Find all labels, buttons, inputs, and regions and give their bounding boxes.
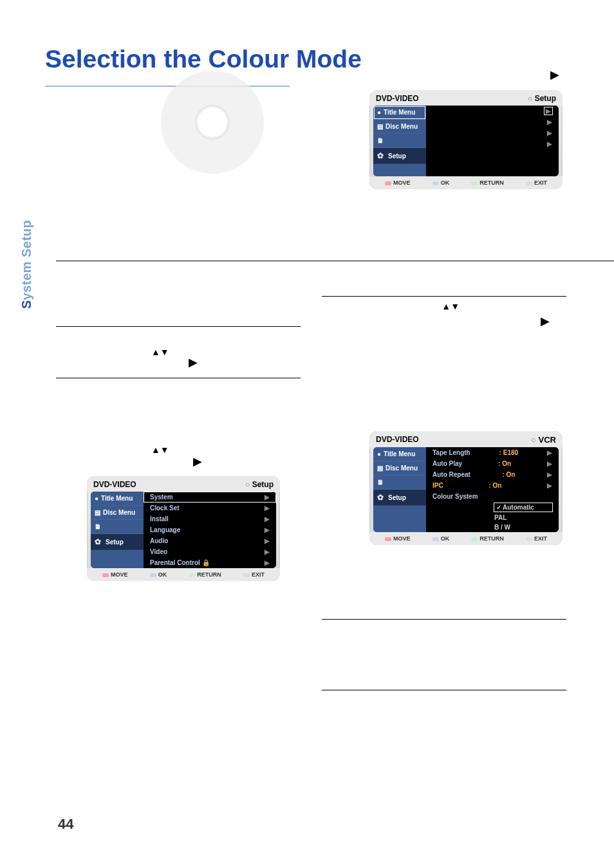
osd-side-item[interactable]: 🗎 (373, 134, 426, 148)
osd-main-panel: Tape Length: E180▶ Auto Play: On▶ Auto R… (426, 447, 559, 532)
osd-header-left: DVD-VIDEO (93, 480, 136, 489)
osd-side-item-setup[interactable]: Setup (91, 534, 144, 550)
osd-side-item[interactable]: ▤Disc Menu (91, 506, 144, 520)
right-arrow-icon: ▶ (541, 314, 550, 328)
section-tab: System Setup (19, 220, 34, 309)
right-arrow-icon: ▶ (193, 454, 202, 468)
osd-side-menu: ●Title Menu ▤Disc Menu 🗎 Setup (373, 447, 426, 532)
osd-row[interactable]: Video▶ (144, 546, 276, 557)
osd-screenshot-1: DVD-VIDEO Setup ●Title Menu ▤Disc Menu 🗎… (369, 90, 563, 189)
osd-header-right: VCR (531, 435, 556, 445)
osd-footer: MOVE OK RETURN EXIT (87, 568, 280, 581)
osd-option-bw[interactable]: B / W (426, 522, 559, 532)
osd-row[interactable]: Install▶ (144, 513, 276, 524)
osd-side-menu: ●Title Menu ▤Disc Menu 🗎 Setup (373, 106, 426, 176)
separator (322, 690, 566, 690)
osd-screenshot-2: DVD-VIDEO Setup ●Title Menu ▤Disc Menu 🗎… (87, 476, 280, 581)
separator (56, 378, 301, 378)
separator (56, 261, 614, 261)
osd-row[interactable]: Clock Set▶ (144, 503, 276, 513)
osd-header-right: Setup (528, 94, 556, 103)
updown-icon: ▲▼ (442, 301, 460, 311)
page-title: Selection the Colour Mode (45, 45, 569, 74)
osd-row[interactable]: IPC: On▶ (426, 480, 559, 491)
osd-side-item[interactable]: 🗎 (91, 520, 144, 534)
title-underline (45, 86, 290, 87)
separator (322, 296, 566, 297)
updown-icon: ▲▼ (151, 347, 169, 357)
osd-option-pal[interactable]: PAL (426, 513, 559, 522)
osd-header-right: Setup (245, 480, 274, 489)
disc-decoration (161, 71, 264, 174)
separator (56, 326, 301, 327)
updown-icon: ▲▼ (151, 445, 169, 455)
osd-side-item-setup[interactable]: Setup (373, 490, 426, 506)
osd-side-item-setup[interactable]: Setup (373, 148, 426, 164)
osd-side-item[interactable]: 🗎 (373, 476, 426, 490)
osd-row[interactable]: Auto Play: On▶ (426, 458, 559, 469)
osd-row[interactable]: Auto Repeat: On▶ (426, 469, 559, 480)
osd-row[interactable]: Language▶ (144, 524, 276, 535)
osd-footer: MOVE OK RETURN EXIT (369, 532, 563, 545)
osd-main-panel: ▶ ▶ ▶ ▶ (426, 106, 559, 176)
osd-option-automatic[interactable]: Automatic (426, 502, 559, 513)
osd-footer: MOVE OK RETURN EXIT (369, 176, 563, 189)
osd-row[interactable]: Parental Control 🔒▶ (144, 557, 276, 568)
osd-side-item[interactable]: ▤Disc Menu (373, 461, 426, 476)
osd-row[interactable]: System▶ (144, 492, 276, 503)
osd-main-panel: System▶ Clock Set▶ Install▶ Language▶ Au… (144, 492, 276, 568)
right-arrow-icon: ▶ (189, 355, 198, 369)
page-number: 44 (58, 816, 73, 833)
osd-side-item[interactable]: ●Title Menu (373, 447, 426, 461)
osd-row[interactable]: Tape Length: E180▶ (426, 447, 559, 458)
osd-side-item[interactable]: ▤Disc Menu (373, 120, 426, 134)
osd-row-colour-system[interactable]: Colour System (426, 491, 559, 502)
osd-header-left: DVD-VIDEO (376, 94, 419, 103)
osd-row[interactable]: Audio▶ (144, 535, 276, 546)
osd-header-left: DVD-VIDEO (376, 435, 419, 445)
osd-side-item[interactable]: ●Title Menu (91, 492, 144, 506)
separator (322, 619, 566, 620)
osd-screenshot-3: DVD-VIDEO VCR ●Title Menu ▤Disc Menu 🗎 S… (369, 431, 563, 545)
osd-side-item[interactable]: ●Title Menu (373, 106, 426, 120)
osd-side-menu: ●Title Menu ▤Disc Menu 🗎 Setup (91, 492, 144, 568)
